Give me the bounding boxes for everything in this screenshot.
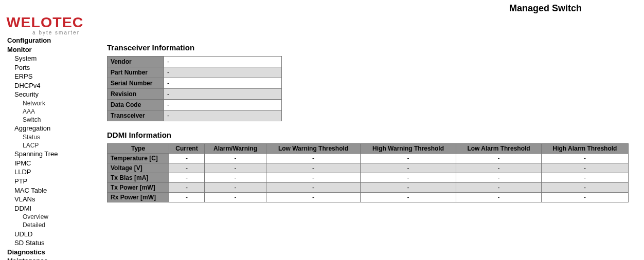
row-type: Voltage [V] (108, 163, 169, 173)
sidebar-item-monitor[interactable]: Monitor (7, 45, 97, 54)
vendor-label: Vendor (108, 57, 164, 67)
cell-value: - (456, 154, 542, 163)
cell-value: - (266, 173, 361, 183)
sidebar-item-mac-table[interactable]: MAC Table (7, 186, 97, 195)
sidebar-item-sd-status[interactable]: SD Status (7, 238, 97, 248)
table-row: Part Number - (108, 67, 282, 78)
sidebar-item-aggregation-status[interactable]: Status (7, 133, 97, 141)
data-code-label: Data Code (108, 100, 164, 110)
data-code-value: - (164, 100, 282, 110)
sidebar-item-ddmi-overview[interactable]: Overview (7, 213, 97, 221)
revision-label: Revision (108, 89, 164, 100)
sidebar-item-diagnostics[interactable]: Diagnostics (7, 248, 97, 257)
cell-value: - (169, 173, 205, 183)
part-number-value: - (164, 67, 282, 78)
ddmi-info-table: Type Current Alarm/Warning Low Warning T… (107, 143, 629, 202)
col-type: Type (108, 144, 169, 154)
table-row: Tx Bias [mA]------ (108, 173, 629, 183)
logo-text: WELOTEC (7, 14, 84, 31)
table-row: Data Code - (108, 100, 282, 110)
cell-value: - (266, 163, 361, 173)
sidebar-item-aggregation[interactable]: Aggregation (7, 124, 97, 133)
sidebar-item-security-aaa[interactable]: AAA (7, 107, 97, 116)
header: WELOTEC a byte smarter Managed Switch (0, 0, 644, 33)
cell-value: - (205, 154, 266, 163)
col-low-alarm: Low Alarm Threshold (456, 144, 542, 154)
transceiver-label: Transceiver (108, 110, 164, 121)
sidebar-item-erps[interactable]: ERPS (7, 72, 97, 81)
cell-value: - (541, 154, 628, 163)
cell-value: - (205, 183, 266, 193)
sidebar-item-system[interactable]: System (7, 54, 97, 63)
part-number-label: Part Number (108, 67, 164, 78)
table-row: Vendor - (108, 57, 282, 67)
serial-number-value: - (164, 78, 282, 89)
table-row: Revision - (108, 89, 282, 100)
serial-number-label: Serial Number (108, 78, 164, 89)
cell-value: - (360, 154, 456, 163)
sidebar-item-security-switch[interactable]: Switch (7, 116, 97, 124)
cell-value: - (541, 173, 628, 183)
sidebar-item-configuration[interactable]: Configuration (7, 36, 97, 45)
cell-value: - (360, 183, 456, 193)
cell-value: - (541, 193, 628, 202)
cell-value: - (456, 173, 542, 183)
cell-value: - (541, 163, 628, 173)
cell-value: - (169, 193, 205, 202)
sidebar-item-security-network[interactable]: Network (7, 99, 97, 107)
row-type: Tx Bias [mA] (108, 173, 169, 183)
sidebar-item-ptp[interactable]: PTP (7, 177, 97, 186)
cell-value: - (456, 163, 542, 173)
cell-value: - (266, 154, 361, 163)
sidebar-item-security[interactable]: Security (7, 90, 97, 99)
col-low-warning: Low Warning Threshold (266, 144, 361, 154)
table-row: Voltage [V]------ (108, 163, 629, 173)
table-row: Serial Number - (108, 78, 282, 89)
vendor-value: - (164, 57, 282, 67)
cell-value: - (360, 163, 456, 173)
revision-value: - (164, 89, 282, 100)
ddmi-info-title: DDMI Information (107, 131, 635, 139)
table-row: Temperature [C]------ (108, 154, 629, 163)
sidebar-item-udld[interactable]: UDLD (7, 230, 97, 239)
transceiver-info-table: Vendor - Part Number - Serial Number - R… (107, 56, 282, 121)
sidebar: Configuration Monitor System Ports ERPS … (0, 33, 103, 260)
cell-value: - (266, 193, 361, 202)
sidebar-item-ddmi[interactable]: DDMI (7, 204, 97, 213)
sidebar-item-maintenance[interactable]: Maintenance (7, 256, 97, 260)
sidebar-item-aggregation-lacp[interactable]: LACP (7, 141, 97, 150)
sidebar-item-spanning-tree[interactable]: Spanning Tree (7, 150, 97, 159)
cell-value: - (205, 163, 266, 173)
cell-value: - (205, 173, 266, 183)
row-type: Rx Power [mW] (108, 193, 169, 202)
sidebar-item-lldp[interactable]: LLDP (7, 168, 97, 177)
content-area: Transceiver Information Vendor - Part Nu… (103, 33, 644, 213)
logo: WELOTEC a byte smarter (7, 14, 83, 35)
col-alarm-warning: Alarm/Warning (205, 144, 266, 154)
cell-value: - (360, 173, 456, 183)
col-high-alarm: High Alarm Threshold (541, 144, 628, 154)
cell-value: - (360, 193, 456, 202)
sidebar-item-ports[interactable]: Ports (7, 63, 97, 72)
col-high-warning: High Warning Threshold (360, 144, 456, 154)
cell-value: - (456, 193, 542, 202)
cell-value: - (169, 154, 205, 163)
table-row: Transceiver - (108, 110, 282, 121)
col-current: Current (169, 144, 205, 154)
table-row: Tx Power [mW]------ (108, 183, 629, 193)
table-header-row: Type Current Alarm/Warning Low Warning T… (108, 144, 629, 154)
cell-value: - (541, 183, 628, 193)
table-row: Rx Power [mW]------ (108, 193, 629, 202)
sidebar-item-ipmc[interactable]: IPMC (7, 159, 97, 168)
row-type: Tx Power [mW] (108, 183, 169, 193)
cell-value: - (266, 183, 361, 193)
sidebar-item-dhcpv4[interactable]: DHCPv4 (7, 81, 97, 90)
page-title: Managed Switch (509, 3, 582, 14)
cell-value: - (169, 163, 205, 173)
sidebar-item-vlans[interactable]: VLANs (7, 195, 97, 204)
transceiver-info-title: Transceiver Information (107, 43, 635, 52)
cell-value: - (205, 193, 266, 202)
cell-value: - (169, 183, 205, 193)
cell-value: - (456, 183, 542, 193)
sidebar-item-ddmi-detailed[interactable]: Detailed (7, 221, 97, 229)
